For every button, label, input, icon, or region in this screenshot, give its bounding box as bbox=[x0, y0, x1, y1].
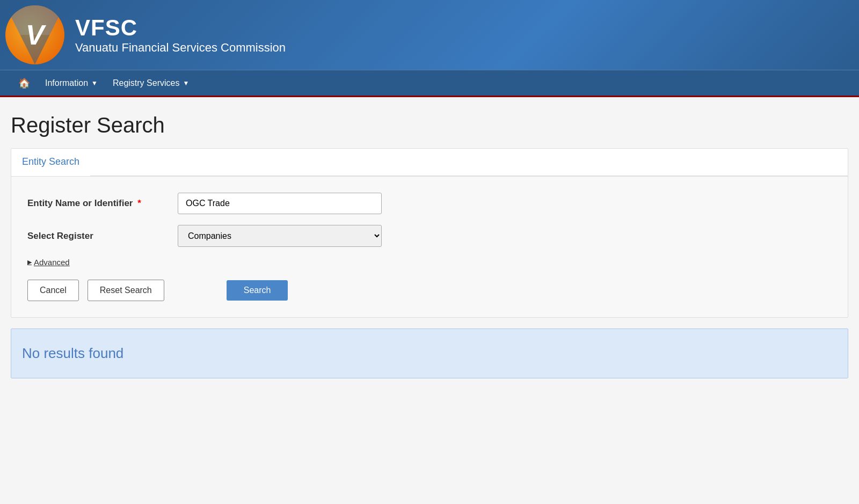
chevron-down-icon: ▼ bbox=[91, 79, 98, 87]
logo-circle: V bbox=[5, 5, 64, 64]
select-register-label: Select Register bbox=[27, 231, 178, 242]
no-results-message: No results found bbox=[22, 345, 837, 362]
nav-information[interactable]: Information ▼ bbox=[38, 72, 105, 94]
page-title: Register Search bbox=[11, 113, 848, 137]
required-indicator: * bbox=[137, 198, 141, 208]
org-acronym: VFSC bbox=[75, 15, 286, 41]
search-card: Entity Search Entity Name or Identifier … bbox=[11, 148, 848, 318]
results-area: No results found bbox=[11, 328, 848, 378]
nav-registry-services[interactable]: Registry Services ▼ bbox=[105, 72, 196, 94]
reset-search-button[interactable]: Reset Search bbox=[88, 280, 164, 301]
cancel-button[interactable]: Cancel bbox=[27, 280, 79, 301]
chevron-down-icon: ▼ bbox=[183, 79, 189, 87]
site-header: V VFSC Vanuatu Financial Services Commis… bbox=[0, 0, 859, 97]
org-title: VFSC Vanuatu Financial Services Commissi… bbox=[75, 15, 286, 55]
select-register-dropdown[interactable]: Companies Partnerships Business Names Tr… bbox=[178, 225, 382, 247]
logo-letter: V bbox=[26, 21, 45, 49]
entity-name-row: Entity Name or Identifier * bbox=[27, 193, 832, 214]
triangle-right-icon: ▶ bbox=[27, 259, 32, 266]
tab-entity-search[interactable]: Entity Search bbox=[11, 149, 90, 176]
home-nav-button[interactable]: 🏠 bbox=[11, 71, 38, 96]
tab-bar: Entity Search bbox=[11, 149, 848, 177]
home-icon: 🏠 bbox=[18, 77, 30, 89]
logo-container: V bbox=[5, 5, 64, 64]
page-content: Register Search Entity Search Entity Nam… bbox=[0, 97, 859, 419]
nav-information-label: Information bbox=[45, 78, 88, 88]
advanced-label: Advanced bbox=[34, 258, 70, 267]
search-button[interactable]: Search bbox=[227, 280, 288, 301]
nav-bar: 🏠 Information ▼ Registry Services ▼ bbox=[0, 70, 859, 96]
advanced-toggle[interactable]: ▶ Advanced bbox=[27, 258, 832, 267]
entity-name-label: Entity Name or Identifier * bbox=[27, 198, 178, 209]
select-register-row: Select Register Companies Partnerships B… bbox=[27, 225, 832, 247]
nav-registry-services-label: Registry Services bbox=[113, 78, 179, 88]
form-area: Entity Name or Identifier * Select Regis… bbox=[11, 177, 848, 317]
button-row: Cancel Reset Search Search bbox=[27, 280, 832, 301]
org-name: Vanuatu Financial Services Commission bbox=[75, 41, 286, 55]
entity-name-input[interactable] bbox=[178, 193, 382, 214]
tab-spacer bbox=[90, 149, 848, 176]
